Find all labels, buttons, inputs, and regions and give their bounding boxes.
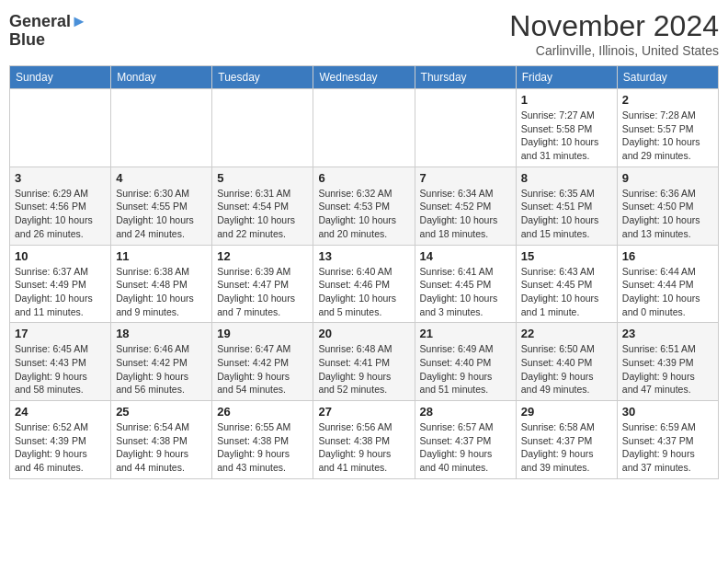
day-info: Sunrise: 6:58 AMSunset: 4:37 PMDaylight:…	[521, 420, 612, 475]
calendar-cell: 11Sunrise: 6:38 AMSunset: 4:48 PMDayligh…	[111, 245, 212, 323]
calendar-cell: 12Sunrise: 6:39 AMSunset: 4:47 PMDayligh…	[212, 245, 313, 323]
day-number: 26	[217, 405, 308, 419]
day-number: 2	[622, 93, 713, 107]
day-info: Sunrise: 6:55 AMSunset: 4:38 PMDaylight:…	[217, 420, 308, 475]
weekday-header-row: SundayMondayTuesdayWednesdayThursdayFrid…	[10, 66, 719, 89]
day-number: 9	[622, 171, 713, 185]
calendar-cell: 19Sunrise: 6:47 AMSunset: 4:42 PMDayligh…	[212, 323, 313, 401]
calendar-cell: 15Sunrise: 6:43 AMSunset: 4:45 PMDayligh…	[516, 245, 617, 323]
calendar-cell	[10, 89, 111, 167]
day-info: Sunrise: 6:57 AMSunset: 4:37 PMDaylight:…	[420, 420, 511, 475]
calendar-cell: 20Sunrise: 6:48 AMSunset: 4:41 PMDayligh…	[313, 323, 415, 401]
day-info: Sunrise: 6:37 AMSunset: 4:49 PMDaylight:…	[15, 265, 106, 319]
weekday-sunday: Sunday	[10, 66, 111, 89]
day-number: 3	[15, 171, 106, 185]
day-number: 25	[116, 405, 207, 419]
calendar-cell: 18Sunrise: 6:46 AMSunset: 4:42 PMDayligh…	[111, 323, 212, 401]
weekday-friday: Friday	[516, 66, 617, 89]
day-number: 22	[521, 327, 612, 340]
calendar-cell: 22Sunrise: 6:50 AMSunset: 4:40 PMDayligh…	[516, 323, 617, 401]
calendar-cell: 17Sunrise: 6:45 AMSunset: 4:43 PMDayligh…	[10, 323, 111, 401]
day-number: 28	[420, 405, 511, 419]
day-number: 21	[420, 327, 511, 340]
calendar-cell: 10Sunrise: 6:37 AMSunset: 4:49 PMDayligh…	[10, 245, 111, 323]
day-info: Sunrise: 6:56 AMSunset: 4:38 PMDaylight:…	[318, 420, 409, 475]
day-number: 15	[521, 249, 612, 263]
day-info: Sunrise: 6:34 AMSunset: 4:52 PMDaylight:…	[420, 187, 511, 241]
calendar-week-4: 17Sunrise: 6:45 AMSunset: 4:43 PMDayligh…	[10, 323, 719, 401]
day-info: Sunrise: 6:32 AMSunset: 4:53 PMDaylight:…	[318, 187, 409, 241]
weekday-monday: Monday	[111, 66, 212, 89]
calendar-cell: 1Sunrise: 7:27 AMSunset: 5:58 PMDaylight…	[516, 89, 617, 167]
calendar-cell: 24Sunrise: 6:52 AMSunset: 4:39 PMDayligh…	[10, 401, 111, 479]
day-number: 10	[15, 249, 106, 263]
month-title: November 2024	[509, 9, 719, 43]
calendar-week-5: 24Sunrise: 6:52 AMSunset: 4:39 PMDayligh…	[10, 401, 719, 479]
day-info: Sunrise: 7:27 AMSunset: 5:58 PMDaylight:…	[521, 109, 612, 163]
day-number: 12	[217, 249, 308, 263]
day-info: Sunrise: 6:36 AMSunset: 4:50 PMDaylight:…	[622, 187, 713, 241]
day-number: 29	[521, 405, 612, 419]
calendar-cell: 30Sunrise: 6:59 AMSunset: 4:37 PMDayligh…	[617, 401, 718, 479]
logo: General►Blue	[9, 13, 87, 50]
calendar-cell: 2Sunrise: 7:28 AMSunset: 5:57 PMDaylight…	[617, 89, 718, 167]
day-info: Sunrise: 6:41 AMSunset: 4:45 PMDaylight:…	[420, 265, 511, 319]
day-info: Sunrise: 6:59 AMSunset: 4:37 PMDaylight:…	[622, 420, 713, 475]
weekday-wednesday: Wednesday	[313, 66, 415, 89]
day-info: Sunrise: 6:30 AMSunset: 4:55 PMDaylight:…	[116, 187, 207, 241]
day-info: Sunrise: 6:47 AMSunset: 4:42 PMDaylight:…	[217, 342, 308, 396]
day-number: 6	[318, 171, 409, 185]
day-info: Sunrise: 6:38 AMSunset: 4:48 PMDaylight:…	[116, 265, 207, 319]
day-info: Sunrise: 6:48 AMSunset: 4:41 PMDaylight:…	[318, 342, 409, 396]
day-number: 11	[116, 249, 207, 263]
day-info: Sunrise: 6:44 AMSunset: 4:44 PMDaylight:…	[622, 265, 713, 319]
day-number: 8	[521, 171, 612, 185]
day-info: Sunrise: 6:52 AMSunset: 4:39 PMDaylight:…	[15, 420, 106, 475]
day-number: 4	[116, 171, 207, 185]
day-number: 30	[622, 405, 713, 419]
day-number: 17	[15, 327, 106, 340]
logo-text: General►Blue	[9, 13, 87, 50]
day-info: Sunrise: 6:50 AMSunset: 4:40 PMDaylight:…	[521, 342, 612, 396]
day-info: Sunrise: 6:46 AMSunset: 4:42 PMDaylight:…	[116, 342, 207, 396]
calendar-cell: 25Sunrise: 6:54 AMSunset: 4:38 PMDayligh…	[111, 401, 212, 479]
day-info: Sunrise: 6:35 AMSunset: 4:51 PMDaylight:…	[521, 187, 612, 241]
day-info: Sunrise: 6:43 AMSunset: 4:45 PMDaylight:…	[521, 265, 612, 319]
calendar-cell: 27Sunrise: 6:56 AMSunset: 4:38 PMDayligh…	[313, 401, 415, 479]
calendar-cell: 14Sunrise: 6:41 AMSunset: 4:45 PMDayligh…	[415, 245, 516, 323]
day-info: Sunrise: 7:28 AMSunset: 5:57 PMDaylight:…	[622, 109, 713, 163]
day-info: Sunrise: 6:31 AMSunset: 4:54 PMDaylight:…	[217, 187, 308, 241]
day-number: 23	[622, 327, 713, 340]
day-number: 13	[318, 249, 409, 263]
day-info: Sunrise: 6:49 AMSunset: 4:40 PMDaylight:…	[420, 342, 511, 396]
day-number: 18	[116, 327, 207, 340]
calendar-cell	[313, 89, 415, 167]
day-number: 19	[217, 327, 308, 340]
calendar-cell: 3Sunrise: 6:29 AMSunset: 4:56 PMDaylight…	[10, 167, 111, 245]
day-info: Sunrise: 6:45 AMSunset: 4:43 PMDaylight:…	[15, 342, 106, 396]
day-info: Sunrise: 6:51 AMSunset: 4:39 PMDaylight:…	[622, 342, 713, 396]
calendar-cell: 21Sunrise: 6:49 AMSunset: 4:40 PMDayligh…	[415, 323, 516, 401]
day-number: 14	[420, 249, 511, 263]
day-number: 16	[622, 249, 713, 263]
calendar-cell	[111, 89, 212, 167]
calendar-cell: 28Sunrise: 6:57 AMSunset: 4:37 PMDayligh…	[415, 401, 516, 479]
calendar-cell: 9Sunrise: 6:36 AMSunset: 4:50 PMDaylight…	[617, 167, 718, 245]
calendar-week-3: 10Sunrise: 6:37 AMSunset: 4:49 PMDayligh…	[10, 245, 719, 323]
calendar-cell	[415, 89, 516, 167]
calendar-cell: 23Sunrise: 6:51 AMSunset: 4:39 PMDayligh…	[617, 323, 718, 401]
location: Carlinville, Illinois, United States	[509, 43, 719, 58]
weekday-saturday: Saturday	[617, 66, 718, 89]
calendar-cell: 8Sunrise: 6:35 AMSunset: 4:51 PMDaylight…	[516, 167, 617, 245]
calendar-cell: 4Sunrise: 6:30 AMSunset: 4:55 PMDaylight…	[111, 167, 212, 245]
day-number: 24	[15, 405, 106, 419]
weekday-thursday: Thursday	[415, 66, 516, 89]
calendar-cell: 26Sunrise: 6:55 AMSunset: 4:38 PMDayligh…	[212, 401, 313, 479]
calendar-cell: 7Sunrise: 6:34 AMSunset: 4:52 PMDaylight…	[415, 167, 516, 245]
calendar-week-2: 3Sunrise: 6:29 AMSunset: 4:56 PMDaylight…	[10, 167, 719, 245]
title-block: November 2024 Carlinville, Illinois, Uni…	[509, 9, 719, 58]
calendar-cell: 5Sunrise: 6:31 AMSunset: 4:54 PMDaylight…	[212, 167, 313, 245]
day-info: Sunrise: 6:40 AMSunset: 4:46 PMDaylight:…	[318, 265, 409, 319]
day-number: 27	[318, 405, 409, 419]
calendar-cell	[212, 89, 313, 167]
